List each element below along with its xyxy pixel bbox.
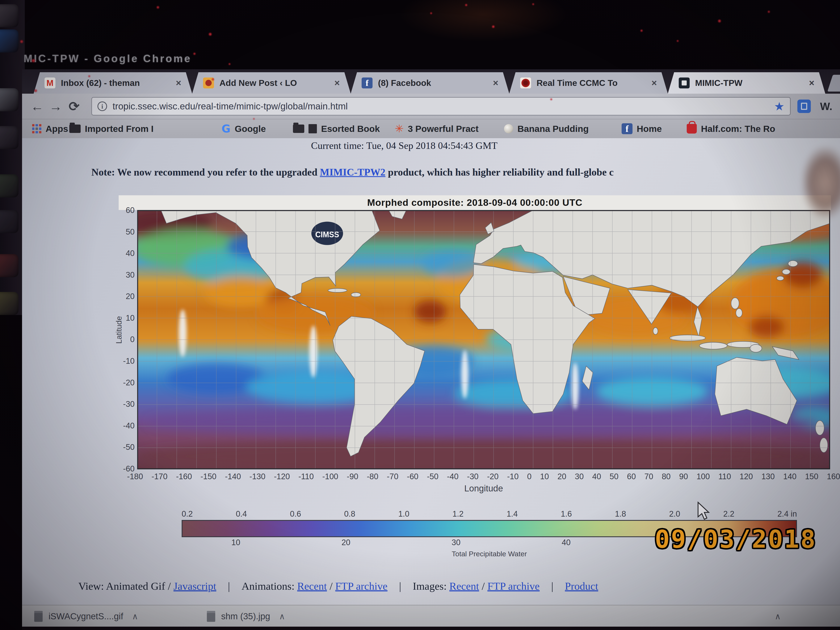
lon-tick-label: -20 xyxy=(487,472,499,481)
tab-add-new-post[interactable]: Add New Post ‹ LO × xyxy=(192,72,351,94)
file-icon xyxy=(207,611,215,622)
url-text[interactable]: tropic.ssec.wisc.edu/real-time/mimic-tpw… xyxy=(112,101,770,112)
product-link[interactable]: Product xyxy=(565,580,598,592)
lon-tick-label: 130 xyxy=(761,472,775,481)
bookmark-facebook-home[interactable]: f Home xyxy=(622,119,662,138)
light-speck xyxy=(718,19,721,23)
folder-icon xyxy=(293,125,304,133)
tab-close-icon[interactable]: × xyxy=(651,78,657,88)
lon-tick-label: -40 xyxy=(447,472,458,481)
lat-tick-label: -20 xyxy=(123,378,134,387)
separator: | xyxy=(228,580,230,592)
download-item[interactable]: shm (35).jpg ∧ xyxy=(207,605,285,627)
gmail-icon: M xyxy=(44,77,55,88)
current-time-text: Current time: Tue, 04 Sep 2018 04:54:43 … xyxy=(22,140,786,151)
light-speck xyxy=(156,6,159,9)
note-text: Note: We now recommend you refer to the … xyxy=(92,166,840,178)
forward-button[interactable]: → xyxy=(46,99,65,114)
shelf-caret[interactable]: ∧ xyxy=(772,605,781,627)
bookmark-google[interactable]: G Google xyxy=(221,119,266,138)
bookmark-3-powerful[interactable]: ✳ 3 Powerful Pract xyxy=(395,119,478,138)
wordpress-icon xyxy=(203,77,214,88)
colorbar-inch-tick: 0.4 xyxy=(236,510,247,519)
light-speck xyxy=(532,3,534,5)
extension-glyph xyxy=(801,103,807,110)
bookmark-star-icon[interactable]: ★ xyxy=(774,99,785,113)
url-bar[interactable]: i tropic.ssec.wisc.edu/real-time/mimic-t… xyxy=(92,97,791,115)
launcher-app-icon[interactable] xyxy=(0,29,19,52)
tab-ccmc[interactable]: Real Time CCMC To × xyxy=(509,72,668,94)
view-label: View: xyxy=(78,580,106,592)
animations-recent-link[interactable]: Recent xyxy=(297,580,327,592)
footer-links: View: Animated Gif / Javascript|Animatio… xyxy=(78,580,840,592)
launcher-app-icon[interactable] xyxy=(0,292,19,315)
lat-tick-label: 10 xyxy=(126,314,134,322)
google-icon: G xyxy=(221,122,231,135)
colorbar-inch-tick: 1.0 xyxy=(398,510,409,519)
launcher-app-icon[interactable] xyxy=(0,88,19,111)
back-button[interactable]: ← xyxy=(28,99,46,114)
images-ftp-archive-link[interactable]: FTP archive xyxy=(488,580,540,592)
bookmark-label: Banana Pudding xyxy=(518,124,589,134)
images-recent-link[interactable]: Recent xyxy=(449,580,479,592)
lon-tick-label: 160 xyxy=(827,472,840,481)
colorbar-mm-tick: 40 xyxy=(562,538,571,547)
launcher-app-icon[interactable] xyxy=(0,210,19,233)
page-info-icon[interactable]: i xyxy=(98,101,107,111)
extension-icon[interactable] xyxy=(797,99,811,113)
tab-close-icon[interactable]: × xyxy=(176,78,181,88)
folder-icon xyxy=(69,125,81,133)
light-speck xyxy=(208,33,212,36)
bookmark-halfcom[interactable]: Half.com: The Ro xyxy=(687,119,775,138)
tab-close-icon[interactable]: × xyxy=(809,78,815,88)
bookmark-banana-pudding[interactable]: Banana Pudding xyxy=(504,119,589,138)
bookmark-apps[interactable]: Apps xyxy=(32,119,68,138)
tab-facebook[interactable]: f (8) Facebook × xyxy=(351,72,509,94)
extension-w-icon[interactable]: W. xyxy=(820,100,832,112)
lon-tick-label: -120 xyxy=(274,472,290,481)
spoon-icon xyxy=(504,124,513,133)
lat-tick-label: 50 xyxy=(126,227,134,237)
light-speck xyxy=(465,4,467,6)
file-icon xyxy=(34,611,43,622)
javascript-link[interactable]: Javascript xyxy=(174,580,216,592)
window-titlebar: MIMIC-TPW - Google Chrome xyxy=(22,48,840,69)
tab-mimic-tpw-active[interactable]: MIMIC-TPW × xyxy=(668,72,825,94)
reload-button[interactable]: ⟳ xyxy=(65,99,84,114)
tab-gmail-inbox[interactable]: M Inbox (62) - theman × xyxy=(33,72,192,94)
lon-tick-label: -150 xyxy=(201,472,216,481)
download-item[interactable]: iSWACygnetS....gif ∧ xyxy=(34,605,138,627)
lon-tick-label: -180 xyxy=(127,472,143,481)
colorbar-inch-tick: 1.2 xyxy=(453,510,464,519)
bookmark-label: Esorted Book xyxy=(321,124,380,134)
launcher-app-icon[interactable] xyxy=(0,126,19,149)
light-speck xyxy=(677,40,679,42)
y-axis-label: Latitude xyxy=(115,315,123,344)
download-filename: shm (35).jpg xyxy=(221,611,270,621)
bookmark-imported[interactable]: Imported From I xyxy=(69,119,153,138)
lon-tick-label: 50 xyxy=(609,472,619,481)
lon-tick-label: 60 xyxy=(627,472,636,481)
lon-tick-label: 150 xyxy=(805,472,818,481)
tab-close-icon[interactable]: × xyxy=(334,78,340,88)
bookmark-esorted[interactable]: Esorted Book xyxy=(293,119,380,138)
chevron-up-icon[interactable]: ∧ xyxy=(775,611,781,621)
mimic-tpw2-link[interactable]: MIMIC-TPW2 xyxy=(320,167,385,178)
map-title: Morphed composite: 2018-09-04 00:00:00 U… xyxy=(118,195,831,210)
laptop-bottom-edge xyxy=(22,627,840,630)
animations-ftp-archive-link[interactable]: FTP archive xyxy=(335,580,387,592)
lat-tick-label: -10 xyxy=(123,357,134,366)
tab-close-icon[interactable]: × xyxy=(493,78,498,88)
lon-tick-label: 90 xyxy=(679,472,688,481)
launcher-app-icon[interactable] xyxy=(0,174,19,197)
colorbar-inch-tick: 0.6 xyxy=(290,510,301,519)
chevron-up-icon[interactable]: ∧ xyxy=(132,611,138,621)
lon-tick-label: -30 xyxy=(467,472,478,481)
launcher-app-icon[interactable] xyxy=(0,254,19,277)
new-tab-button[interactable] xyxy=(827,75,840,92)
launcher-app-icon[interactable] xyxy=(0,4,19,27)
light-speck xyxy=(640,29,643,32)
lon-tick-label: -80 xyxy=(367,472,379,481)
tab-label: Add New Post ‹ LO xyxy=(219,78,330,88)
chevron-up-icon[interactable]: ∧ xyxy=(279,611,285,621)
